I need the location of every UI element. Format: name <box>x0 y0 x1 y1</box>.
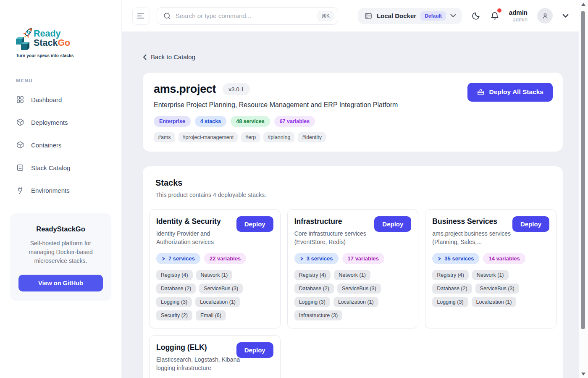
app-logo[interactable]: Ready StackGo Turn your specs into stack… <box>0 0 121 58</box>
hamburger-icon <box>137 13 145 19</box>
view-on-github-button[interactable]: View on GitHub <box>18 275 103 291</box>
topbar-right: Local Docker Default admin <box>358 8 569 24</box>
product-name: ams.project <box>154 83 216 96</box>
services-badge[interactable]: 35 services <box>432 253 479 264</box>
search-icon <box>163 12 171 20</box>
cube-icon <box>16 141 24 149</box>
user-name: admin <box>509 9 528 16</box>
svg-text:StackGo: StackGo <box>34 38 70 48</box>
services-badge[interactable]: 7 services <box>156 253 200 264</box>
stack-tag: ServiceBus (3) <box>475 284 519 294</box>
deploy-stack-button[interactable]: Deploy <box>374 216 411 232</box>
product-badge: 48 services <box>231 116 270 127</box>
product-badge: 67 variables <box>274 116 315 127</box>
chevron-left-icon <box>143 54 147 60</box>
moon-icon <box>471 11 480 21</box>
stack-card: InfrastructureCore infrastructure servic… <box>287 209 419 329</box>
server-icon <box>364 12 373 20</box>
stack-tag: Network (1) <box>196 270 233 280</box>
logo-tagline: Turn your specs into stacks <box>16 53 121 58</box>
stack-tag: Security (2) <box>156 310 192 320</box>
product-hashtag: #identity <box>298 132 326 142</box>
plug-icon <box>16 186 24 194</box>
grid-icon <box>16 95 24 104</box>
stack-tag: Database (2) <box>294 284 334 294</box>
sidebar-item-label: Environments <box>31 187 70 194</box>
readystackgo-logo-icon: Ready StackGo <box>15 26 72 51</box>
stack-description: Elasticsearch, Logstash, Kibana logging … <box>156 355 240 373</box>
stack-tag: Email (6) <box>196 310 226 320</box>
scrollbar-thumb[interactable] <box>581 11 585 329</box>
sidebar-item-stack-catalog[interactable]: Stack Catalog <box>0 156 121 179</box>
scrollbar-down-arrow[interactable] <box>581 373 585 375</box>
user-dropdown-button[interactable] <box>562 14 569 18</box>
topbar: ⌘K Local Docker Default <box>122 0 588 32</box>
stack-tag: Logging (3) <box>294 297 330 307</box>
stack-tag: Database (2) <box>432 284 472 294</box>
sidebar-item-containers[interactable]: Containers <box>0 134 121 156</box>
notifications-button[interactable] <box>490 11 499 21</box>
chevron-down-icon <box>450 14 456 18</box>
deploy-stack-button[interactable]: Deploy <box>236 216 273 232</box>
stack-description: ams.project business services (Planning,… <box>432 229 516 247</box>
stack-tag: Network (1) <box>472 270 509 280</box>
stacks-section: Stacks This product contains 4 deployabl… <box>143 166 563 378</box>
stack-tag: Logging (3) <box>156 297 192 307</box>
cubes-icon <box>16 37 29 50</box>
stack-tag-row: Registry (4)Network (1)Database (2)Servi… <box>432 270 549 307</box>
variables-badge: 22 variables <box>204 253 246 264</box>
sidebar-item-label: Deployments <box>31 119 68 126</box>
sidebar-item-label: Dashboard <box>31 96 62 103</box>
variables-badge: 17 variables <box>342 253 384 264</box>
stack-card: Logging (ELK)Elasticsearch, Logstash, Ki… <box>149 335 281 378</box>
sidebar-menu: DashboardDeploymentsContainersStack Cata… <box>0 88 121 202</box>
deploy-stack-button[interactable]: Deploy <box>512 216 549 232</box>
stack-tag: Localization (1) <box>472 297 517 307</box>
product-hashtag: #ams <box>154 132 175 142</box>
avatar[interactable] <box>537 8 553 24</box>
sidebar-item-environments[interactable]: Environments <box>0 179 121 202</box>
stack-tag: Database (2) <box>156 284 196 294</box>
chevron-right-icon <box>162 257 165 261</box>
product-card: ams.project v3.0.1 Enterprise Project Pl… <box>143 73 563 152</box>
chevron-down-icon <box>562 14 569 18</box>
sidebar-item-dashboard[interactable]: Dashboard <box>0 88 121 111</box>
search-input[interactable] <box>176 12 313 19</box>
sidebar: Ready StackGo Turn your specs into stack… <box>0 0 122 378</box>
stack-tag: ServiceBus (3) <box>337 284 381 294</box>
deploy-all-stacks-button[interactable]: Deploy All Stacks <box>467 83 553 102</box>
stack-card: Identity & SecurityIdentity Provider and… <box>149 209 281 329</box>
stack-tag: Localization (1) <box>195 297 240 307</box>
stack-tag-row: Registry (4)Network (1)Database (2)Servi… <box>294 270 412 320</box>
deploy-stack-button[interactable]: Deploy <box>236 342 273 358</box>
stack-card: Business Servicesams.project business se… <box>425 209 556 329</box>
sidebar-promo-card: ReadyStackGo Self-hosted platform for ma… <box>10 213 111 301</box>
back-to-catalog-link[interactable]: Back to Catalog <box>143 53 195 60</box>
content: Back to Catalog ams.project v3.0.1 Enter… <box>122 32 588 378</box>
environment-selector[interactable]: Local Docker Default <box>358 8 462 24</box>
user-role: admin <box>509 16 528 23</box>
sidebar-item-deployments[interactable]: Deployments <box>0 111 121 134</box>
variables-badge: 14 variables <box>483 253 525 264</box>
product-tag-row: #ams#project-management#erp#planning#ide… <box>154 132 552 142</box>
stack-tag: Network (1) <box>334 270 370 280</box>
vertical-scrollbar[interactable] <box>579 0 588 378</box>
search-bar[interactable]: ⌘K <box>157 7 338 25</box>
stack-tag: Registry (4) <box>156 270 193 280</box>
stack-tag: Registry (4) <box>294 270 331 280</box>
sidebar-toggle-button[interactable] <box>132 7 150 25</box>
product-badge-row: Enterprise4 stacks48 services67 variable… <box>154 116 552 127</box>
stack-tag: ServiceBus (3) <box>199 284 243 294</box>
product-hashtag: #project-management <box>178 132 238 142</box>
stacks-subtitle: This product contains 4 deployable stack… <box>155 192 556 198</box>
stack-grid: Identity & SecurityIdentity Provider and… <box>149 209 556 378</box>
user-menu[interactable]: admin admin <box>509 9 528 23</box>
menu-section-label: MENU <box>16 78 121 83</box>
promo-title: ReadyStackGo <box>18 225 103 233</box>
product-badge: 4 stacks <box>195 116 226 127</box>
services-badge[interactable]: 3 services <box>294 253 339 264</box>
stack-tag: Registry (4) <box>432 270 469 280</box>
environment-name: Local Docker <box>377 12 416 19</box>
dark-mode-toggle[interactable] <box>471 11 480 21</box>
scrollbar-up-arrow[interactable] <box>581 3 585 6</box>
